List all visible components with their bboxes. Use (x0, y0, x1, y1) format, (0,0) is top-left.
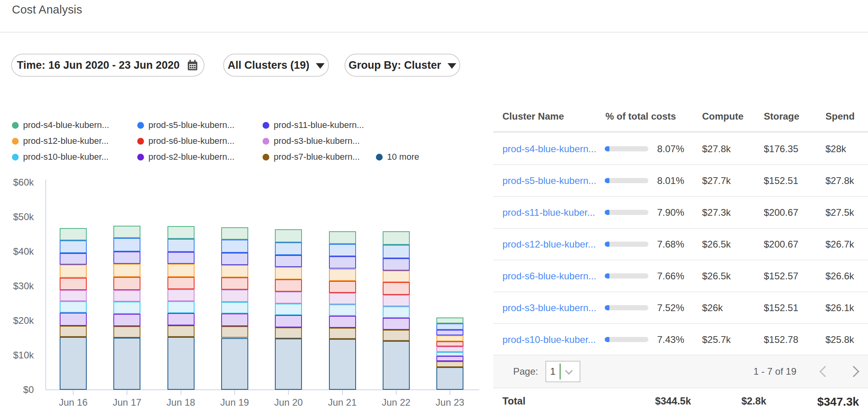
bar-segment (275, 267, 302, 279)
legend-item[interactable]: prod-s11-blue-kubern... (263, 120, 364, 130)
bar-segment (329, 328, 356, 339)
bar-segment (60, 337, 87, 390)
bar-segment (167, 301, 195, 313)
time-range-label: Time: 16 Jun 2020 - 23 Jun 2020 (17, 59, 179, 72)
bar-segment (60, 228, 87, 240)
legend-dot-icon (137, 122, 144, 129)
cluster-name-link[interactable]: prod-s3-blue-kubern... (502, 302, 596, 313)
legend-item[interactable]: prod-s12-blue-kuber... (12, 136, 109, 146)
pct-progress-fill (605, 210, 609, 215)
cluster-name-cell: prod-s10-blue-kuber... (502, 334, 605, 345)
cluster-name-link[interactable]: prod-s10-blue-kuber... (502, 334, 596, 345)
compute-value: $25.7k (699, 334, 763, 345)
cluster-name-link[interactable]: prod-s11-blue-kuber... (502, 207, 595, 218)
bar-segment (275, 229, 302, 242)
cluster-name-link[interactable]: prod-s4-blue-kubern... (502, 143, 596, 154)
x-axis-tick (450, 390, 450, 395)
cluster-name-cell: prod-s12-blue-kuber... (502, 239, 605, 250)
bar-segment (167, 277, 195, 289)
next-page-button[interactable] (848, 366, 859, 377)
pct-progress-bar (605, 305, 648, 310)
bar-segment (60, 290, 87, 302)
bar-segment (60, 313, 87, 326)
legend-dot-icon (12, 122, 19, 129)
cluster-name-link[interactable]: prod-s5-blue-kubern... (502, 175, 596, 186)
bar-segment (436, 352, 463, 356)
spend-value: $25.8k (825, 334, 868, 345)
bar-segment (275, 292, 302, 304)
bar-segment (436, 346, 463, 352)
bar-segment (383, 271, 410, 283)
time-range-filter[interactable]: Time: 16 Jun 2020 - 23 Jun 2020 (11, 54, 204, 77)
legend-item[interactable]: 10 more (376, 152, 419, 162)
bar-segment (383, 245, 410, 258)
pagination-range: 1 - 7 of 19 (753, 366, 796, 377)
compute-value: $27.8k (699, 143, 763, 155)
bar-segment (221, 290, 248, 302)
bar-segment (436, 367, 463, 390)
bar-segment (383, 295, 410, 307)
bar-segment (436, 323, 463, 330)
bar-segment (113, 238, 140, 252)
bar-segment (329, 256, 356, 269)
bar-segment (221, 338, 248, 390)
cluster-name-cell: prod-s3-blue-kubern... (502, 302, 605, 314)
legend-item[interactable]: prod-s3-blue-kubern... (263, 136, 360, 146)
legend-dot-icon (376, 154, 383, 161)
cluster-name-link[interactable]: prod-s6-blue-kubern... (502, 271, 596, 281)
spend-value: $26.1k (825, 302, 868, 314)
pct-progress-fill (605, 273, 609, 279)
bar-segment (275, 315, 302, 327)
storage-value: $152.78 (763, 334, 825, 345)
bar-segment (167, 252, 195, 264)
x-axis-tick-label: Jun 22 (370, 397, 422, 408)
pagination-bar: Page: 1 1 - 7 of 19 (493, 355, 868, 388)
bar-segment (221, 314, 248, 326)
bar-segment (436, 330, 463, 335)
y-axis-tick-label: $60k (0, 177, 34, 188)
bar-segment (113, 290, 140, 302)
bar-segment (113, 326, 140, 338)
header-divider (0, 32, 868, 33)
cluster-name-cell: prod-s6-blue-kubern... (502, 271, 605, 282)
group-by-dropdown[interactable]: Group By: Cluster (344, 54, 460, 77)
y-axis-tick-label: $30k (0, 281, 34, 292)
pct-progress-fill (605, 178, 609, 183)
spend-value: $26.7k (825, 239, 868, 250)
table-header: Cluster Name % of total costs Compute St… (493, 101, 868, 132)
x-axis-tick (288, 390, 289, 395)
legend-item[interactable]: prod-s7-blue-kubern... (263, 152, 360, 162)
legend-dot-icon (12, 154, 19, 161)
legend-item[interactable]: prod-s2-blue-kubern... (137, 152, 234, 162)
pct-progress-bar (605, 337, 648, 342)
bar-segment (221, 277, 248, 289)
legend-label: prod-s6-blue-kubern... (148, 136, 234, 146)
legend-item[interactable]: prod-s10-blue-kuber... (12, 152, 109, 162)
table-row: prod-s5-blue-kubern...8.01%$27.7k$152.51… (493, 165, 868, 197)
col-storage: Storage (763, 111, 825, 122)
cluster-filter-dropdown[interactable]: All Clusters (19) (223, 54, 329, 77)
bar-segment (60, 301, 87, 313)
x-axis-tick (127, 390, 127, 395)
bar-segment (329, 304, 356, 316)
x-axis-tick (181, 390, 181, 395)
bar-segment (167, 313, 195, 325)
bar-segment (329, 339, 356, 390)
x-axis-tick-label: Jun 20 (263, 397, 314, 408)
bar-segment (167, 264, 195, 277)
x-axis-tick (234, 390, 235, 395)
legend-item[interactable]: prod-s4-blue-kubern... (12, 120, 109, 130)
bar-segment (221, 240, 248, 253)
pct-value: 7.52% (653, 302, 684, 314)
page-title: Cost Analysis (12, 3, 82, 16)
previous-page-button[interactable] (819, 366, 831, 377)
bar-segment (113, 277, 140, 290)
legend-item[interactable]: prod-s6-blue-kubern... (137, 136, 234, 146)
pct-of-costs-cell: 7.52% (605, 302, 699, 314)
col-spend: Spend (825, 111, 868, 122)
pct-progress-bar (605, 210, 648, 215)
bar-segment (221, 253, 248, 265)
legend-item[interactable]: prod-s5-blue-kubern... (137, 120, 234, 130)
page-select[interactable]: 1 (545, 361, 580, 382)
cluster-name-link[interactable]: prod-s12-blue-kuber... (502, 239, 596, 250)
